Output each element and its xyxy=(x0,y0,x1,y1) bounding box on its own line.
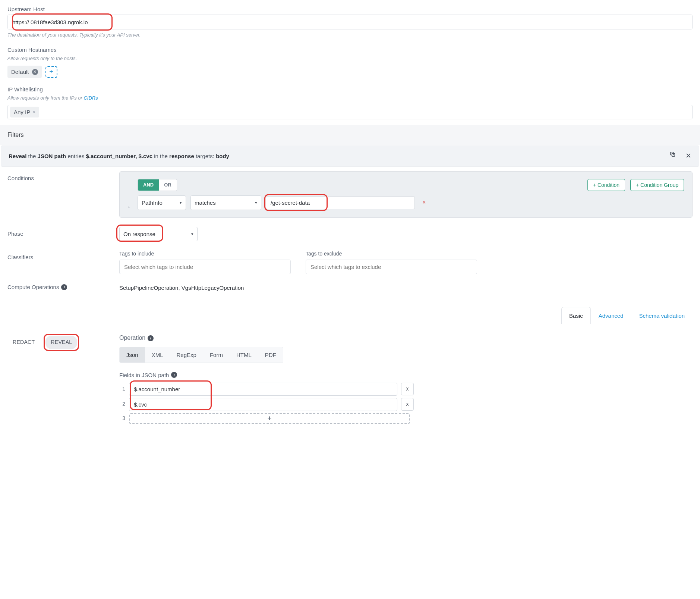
upstream-host-input-wrap[interactable]: https:// xyxy=(7,15,693,29)
delete-field-1[interactable]: x xyxy=(401,383,414,395)
ip-tag-label: Any IP xyxy=(14,108,30,116)
operation-label: Operation i xyxy=(119,334,693,342)
format-tabs: Json XML RegExp Form HTML PDF xyxy=(119,347,283,363)
tags-exclude-input[interactable] xyxy=(306,260,477,274)
reveal-highlight: REVEAL xyxy=(44,334,79,351)
ip-tag-any[interactable]: Any IP × xyxy=(10,107,39,117)
hostname-chip-remove-icon[interactable]: ✕ xyxy=(32,69,38,75)
json-path-field-2[interactable] xyxy=(129,398,397,411)
delete-condition-icon[interactable]: × xyxy=(422,198,426,207)
phase-select[interactable]: On response▾ xyxy=(119,227,198,241)
format-tab-pdf[interactable]: PDF xyxy=(258,347,283,363)
redact-button[interactable]: REDACT xyxy=(7,336,40,349)
ip-whitelist-hint: Allow requests only from the IPs or CIDR… xyxy=(7,95,693,101)
field-index-3: 3 xyxy=(119,415,125,422)
tags-include-label: Tags to include xyxy=(119,250,291,258)
hostname-chip-default[interactable]: Default ✕ xyxy=(7,66,42,78)
field-index-1: 1 xyxy=(119,385,125,393)
field-index-2: 2 xyxy=(119,401,125,408)
cidr-link[interactable]: CIDRs xyxy=(83,95,98,101)
upstream-host-hint: The destination of your requests. Typica… xyxy=(7,32,693,38)
tab-advanced[interactable]: Advanced xyxy=(591,307,631,324)
format-tab-xml[interactable]: XML xyxy=(145,347,170,363)
format-tab-json[interactable]: Json xyxy=(120,347,145,363)
format-tab-form[interactable]: Form xyxy=(203,347,230,363)
conditions-box: AND OR + Condition + Condition Group Pat… xyxy=(119,171,693,218)
filters-heading: Filters xyxy=(0,125,700,145)
format-tab-regexp[interactable]: RegExp xyxy=(170,347,203,363)
condition-tree-line xyxy=(128,184,138,208)
ip-whitelist-label: IP Whitelisting xyxy=(7,85,693,93)
delete-field-2[interactable]: x xyxy=(401,398,414,411)
format-tab-html[interactable]: HTML xyxy=(230,347,258,363)
or-segment[interactable]: OR xyxy=(159,179,177,191)
upstream-host-prefix: https:// xyxy=(11,18,29,26)
condition-field-select[interactable]: PathInfo▾ xyxy=(138,195,186,210)
classifiers-label: Classifiers xyxy=(7,250,119,261)
filter-summary: Reveal the JSON path entries $.account_n… xyxy=(9,152,229,160)
hostname-chip-label: Default xyxy=(11,68,29,76)
condition-operator-select[interactable]: matches▾ xyxy=(190,195,261,210)
add-condition-button[interactable]: + Condition xyxy=(587,179,625,191)
info-icon[interactable]: i xyxy=(61,284,67,290)
json-path-field-1[interactable] xyxy=(129,383,397,396)
and-or-toggle[interactable]: AND OR xyxy=(138,179,177,191)
compute-ops-label: Compute Operations i xyxy=(7,283,119,291)
close-icon[interactable]: ✕ xyxy=(685,151,691,161)
custom-hostnames-hint: Allow requests only to the hosts. xyxy=(7,55,693,62)
compute-ops-value: SetupPipelineOperation, VgsHttpLegacyOpe… xyxy=(119,283,693,292)
and-segment[interactable]: AND xyxy=(138,179,159,191)
add-json-path-field[interactable]: + xyxy=(129,413,410,424)
condition-value-input[interactable] xyxy=(266,196,415,209)
upstream-host-input[interactable] xyxy=(29,16,689,28)
ip-whitelist-input[interactable]: Any IP × xyxy=(7,105,693,119)
phase-label: Phase xyxy=(7,227,119,238)
add-hostname-button[interactable]: + xyxy=(45,66,57,78)
tags-include-input[interactable] xyxy=(119,260,291,274)
tab-schema-validation[interactable]: Schema validation xyxy=(631,307,693,324)
fields-json-path-label: Fields in JSON path i xyxy=(119,371,693,379)
copy-icon[interactable] xyxy=(669,151,676,161)
filter-tabs: Basic Advanced Schema validation xyxy=(0,307,700,324)
info-icon[interactable]: i xyxy=(171,372,177,378)
tab-basic[interactable]: Basic xyxy=(561,307,591,324)
reveal-button[interactable]: REVEAL xyxy=(45,336,77,349)
info-icon[interactable]: i xyxy=(148,335,154,341)
custom-hostnames-label: Custom Hostnames xyxy=(7,46,693,54)
ip-tag-remove-icon[interactable]: × xyxy=(32,109,35,115)
tags-exclude-label: Tags to exclude xyxy=(306,250,477,258)
add-condition-group-button[interactable]: + Condition Group xyxy=(630,179,684,191)
conditions-label: Conditions xyxy=(7,171,119,182)
upstream-host-label: Upstream Host xyxy=(7,5,693,13)
